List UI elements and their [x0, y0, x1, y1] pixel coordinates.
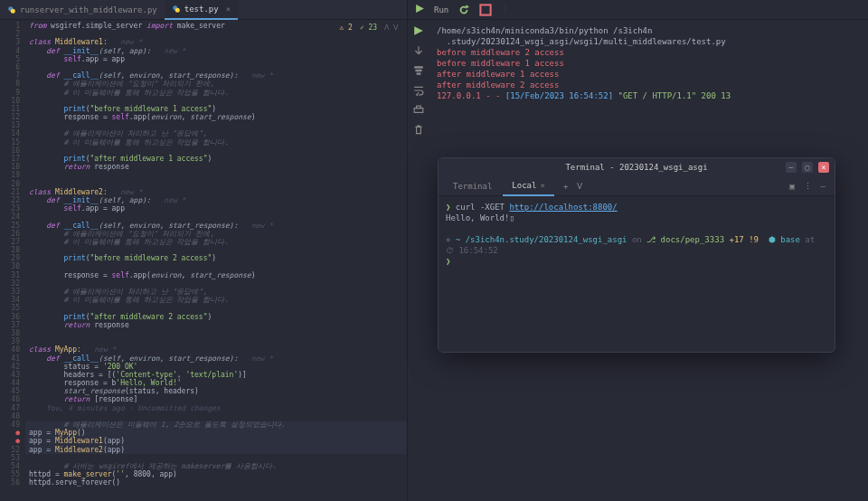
terminal-titlebar[interactable]: Terminal - 20230124_wsgi_asgi – ▢ ×	[439, 158, 835, 176]
inspection-widget[interactable]: ⚠ 2 ✓ 23 ᐱ ᐯ	[339, 24, 398, 32]
code-content[interactable]: from wsgiref.simple_server import make_s…	[25, 20, 407, 501]
typo-count[interactable]: ✓ 23	[360, 24, 377, 32]
python-icon	[172, 5, 181, 14]
down-arrow-icon[interactable]	[413, 45, 424, 58]
svg-rect-8	[414, 66, 423, 68]
rerun-button[interactable]	[458, 4, 470, 16]
more-icon[interactable]: ⋮	[800, 182, 816, 191]
line-gutter: 1234567891011121314151617181920212223242…	[0, 20, 25, 501]
close-icon[interactable]: ×	[540, 181, 544, 190]
code-area[interactable]: 1234567891011121314151617181920212223242…	[0, 20, 407, 501]
filter-icon[interactable]	[413, 65, 424, 78]
maximize-button[interactable]: ▢	[802, 162, 813, 173]
svg-point-1	[11, 8, 15, 13]
terminal-tab-local[interactable]: Local ×	[503, 176, 554, 196]
svg-marker-7	[414, 26, 423, 35]
svg-rect-10	[417, 72, 421, 74]
svg-rect-11	[414, 109, 423, 113]
terminal-tab-terminal[interactable]: Terminal	[444, 176, 501, 196]
run-actions-gutter	[408, 20, 429, 501]
close-button[interactable]: ×	[818, 162, 829, 173]
close-icon[interactable]: ×	[226, 5, 231, 14]
print-icon[interactable]	[413, 105, 424, 118]
svg-rect-6	[481, 5, 491, 14]
nav-arrows[interactable]: ᐱ ᐯ	[384, 24, 398, 32]
terminal-title: Terminal - 20230124_wsgi_asgi	[565, 163, 707, 172]
tab-test[interactable]: test.py ×	[165, 0, 238, 20]
run-icon	[415, 4, 425, 15]
wrap-icon[interactable]	[413, 85, 424, 98]
run-label: Run	[434, 5, 448, 14]
minimize-button[interactable]: –	[786, 162, 797, 173]
python-icon	[7, 5, 16, 14]
svg-point-3	[175, 7, 179, 12]
stop-button[interactable]	[479, 4, 492, 16]
terminal-tabs: Terminal Local × + ᐯ ▣ ⋮ —	[439, 176, 835, 196]
svg-marker-4	[416, 5, 424, 13]
warning-count[interactable]: ⚠ 2	[339, 24, 352, 32]
tab-label: Local	[512, 181, 536, 190]
tab-runserver[interactable]: runserver_with_middleware.py	[0, 0, 165, 20]
tab-label: runserver_with_middleware.py	[20, 5, 157, 14]
terminal-body[interactable]: ❯ curl -XGET http://localhost:8800/ Hell…	[439, 196, 835, 352]
hide-icon[interactable]: —	[817, 182, 829, 191]
editor-tabs: runserver_with_middleware.py test.py ×	[0, 0, 407, 20]
trash-icon[interactable]	[413, 125, 424, 137]
editor-panel: runserver_with_middleware.py test.py × 1…	[0, 0, 408, 501]
svg-rect-9	[415, 70, 421, 71]
maximize-icon[interactable]: ▣	[786, 182, 797, 191]
svg-rect-12	[417, 106, 421, 108]
play-icon[interactable]	[413, 25, 424, 38]
tab-label: test.py	[184, 5, 219, 14]
run-toolbar: Run ⋮	[408, 0, 868, 20]
terminal-window[interactable]: Terminal - 20230124_wsgi_asgi – ▢ × Term…	[438, 157, 835, 353]
new-tab-button[interactable]: +	[556, 182, 575, 191]
separator: ⋮	[501, 5, 509, 14]
chevron-down-icon[interactable]: ᐯ	[577, 182, 582, 191]
svg-marker-5	[467, 5, 470, 9]
